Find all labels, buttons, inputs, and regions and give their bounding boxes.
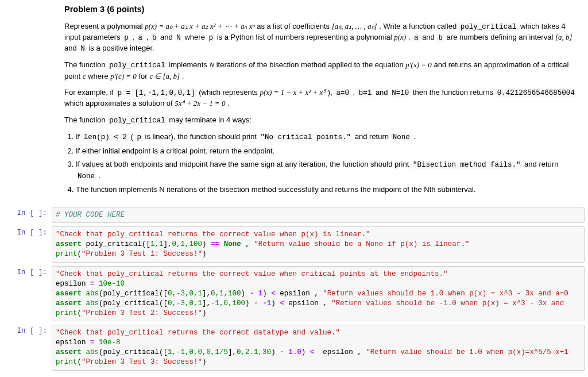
- math-c: c: [83, 72, 86, 80]
- math-expression: p(x) = a₀ + a₁ x + a₂ x² + ⋯ + aₙ xⁿ: [145, 22, 254, 30]
- code-operator: - -1: [254, 299, 271, 307]
- code-text: (: [78, 358, 82, 366]
- code-operator: <: [280, 299, 284, 307]
- text: may terminate in 4 ways:: [169, 116, 252, 124]
- notebook-page: Problem 3 (6 points) Represent a polynom…: [0, 0, 588, 372]
- code-text: ): [202, 240, 211, 248]
- math-interval: [a, b]: [555, 33, 572, 41]
- problem-paragraph-3: For example, if p = [1,-1,1,0,0,1] (whic…: [64, 87, 578, 109]
- code-text: epsilon: [56, 280, 90, 288]
- code-number: 10e-10: [95, 280, 125, 288]
- text: .: [413, 132, 416, 141]
- code-cell-4: In [ ]: "Check that poly_critical return…: [0, 323, 588, 372]
- code-string: "Return value should be 1.0 when p(x)=x^…: [366, 348, 568, 356]
- code-keyword: assert: [56, 299, 82, 307]
- input-prompt: In [ ]:: [0, 266, 52, 276]
- input-prompt: In [ ]:: [0, 325, 52, 335]
- code-text: ): [202, 358, 207, 366]
- code-text: ): [271, 299, 280, 307]
- text: . Write a function called: [379, 22, 459, 30]
- code-text: ],: [164, 240, 172, 248]
- code-text: ): [202, 309, 207, 317]
- code-keyword: assert: [56, 348, 82, 356]
- inline-code: a=0: [334, 89, 351, 97]
- code-cell-2: In [ ]: "Check that poly_critical return…: [0, 225, 588, 264]
- inline-code: b: [150, 34, 158, 42]
- text: and: [422, 33, 436, 41]
- code-input[interactable]: "Check that poly_critical returns the co…: [52, 266, 585, 321]
- code-string: "Return values should be 1.0 when p(x) =…: [323, 290, 568, 298]
- text: Represent a polynomial: [64, 22, 145, 30]
- text: (which represents: [199, 88, 260, 97]
- code-string: "Check that poly_critical returns the co…: [56, 230, 370, 238]
- code-string: "Check that poly_critical returns the co…: [56, 329, 340, 337]
- text: If: [76, 132, 82, 141]
- math-poly: p(x) = 1 − x + x² + x⁵: [260, 88, 326, 97]
- text: implements: [169, 60, 209, 69]
- code-text: poly_critical([: [82, 240, 150, 248]
- code-text: ],: [202, 290, 211, 298]
- code-number: 10e-8: [95, 338, 121, 347]
- code-text: (poly_critical([: [99, 290, 168, 298]
- code-number: 0,1,100: [172, 240, 203, 248]
- problem-paragraph-1: Represent a polynomial p(x) = a₀ + a₁ x …: [64, 21, 578, 54]
- code-text: ): [245, 299, 254, 307]
- text: iterations of the bisection method appli…: [216, 60, 406, 69]
- inline-code: poly_critical: [107, 61, 167, 70]
- code-text: (poly_critical([: [99, 299, 168, 307]
- inline-code: None: [76, 172, 96, 180]
- text: ),: [328, 88, 335, 97]
- text: ,: [408, 33, 412, 41]
- text: is linear), the function should print: [145, 132, 259, 141]
- code-text: (poly_critical([: [99, 348, 168, 356]
- code-input[interactable]: "Check that poly_critical returns the co…: [52, 226, 585, 263]
- text: If values at both endpoints and midpoint…: [76, 160, 411, 168]
- code-keyword: assert: [56, 240, 82, 248]
- code-number: 1,1: [150, 240, 164, 248]
- list-item: The function implements N iterations of …: [76, 184, 578, 195]
- inline-code: "Bisection method fails.": [411, 161, 523, 169]
- code-string: "Problem 3 Test 1: Success!": [82, 250, 202, 258]
- text: is a Python list of numbers representing…: [217, 33, 394, 41]
- text: and return: [524, 160, 558, 168]
- code-string: "Check that poly_critical returns the co…: [56, 270, 448, 278]
- code-text: ): [262, 290, 271, 298]
- input-prompt: In [ ]:: [0, 226, 52, 237]
- text: then the function returns: [413, 88, 496, 97]
- code-number: 0,1,100: [211, 290, 241, 298]
- text: are numbers defining an interval: [447, 33, 555, 41]
- text: and: [376, 88, 390, 97]
- code-text: epsilon ,: [314, 348, 366, 356]
- text: for: [138, 72, 149, 80]
- inline-code: p: [207, 34, 215, 42]
- code-const: None: [219, 240, 245, 248]
- code-cell-1: In [ ]: # YOUR CODE HERE: [0, 205, 588, 225]
- code-builtin: print: [56, 309, 78, 317]
- code-text: ): [271, 348, 280, 356]
- code-keyword: assert: [56, 290, 82, 298]
- text: which approximates a solution of: [64, 99, 175, 107]
- inline-code: len(p) < 2: [82, 133, 129, 141]
- code-operator: - 1: [250, 290, 263, 298]
- code-input[interactable]: "Check that poly_critical returns the co…: [52, 325, 585, 371]
- text: where: [88, 72, 110, 80]
- inline-code: b: [436, 34, 444, 42]
- code-number: 0,-3,0,1: [168, 290, 202, 298]
- list-item: If values at both endpoints and midpoint…: [76, 159, 578, 181]
- code-input[interactable]: # YOUR CODE HERE: [52, 207, 585, 224]
- code-builtin: print: [56, 250, 78, 258]
- text: (: [130, 132, 133, 141]
- math-px: p(x): [394, 33, 406, 41]
- inline-code: a: [412, 34, 420, 42]
- inline-code: N: [79, 45, 87, 53]
- text: and: [64, 44, 79, 52]
- code-builtin: abs: [82, 348, 99, 356]
- text: and: [160, 33, 175, 41]
- code-operator: =: [90, 280, 95, 288]
- text: is a positive integer.: [88, 44, 154, 52]
- code-text: ): [301, 348, 310, 356]
- math-eq: p′(x) = 0: [405, 60, 432, 69]
- inline-code: N: [175, 34, 183, 42]
- inline-code: 0.4212656546685004: [496, 89, 577, 97]
- inline-code: poly_critical: [459, 23, 519, 31]
